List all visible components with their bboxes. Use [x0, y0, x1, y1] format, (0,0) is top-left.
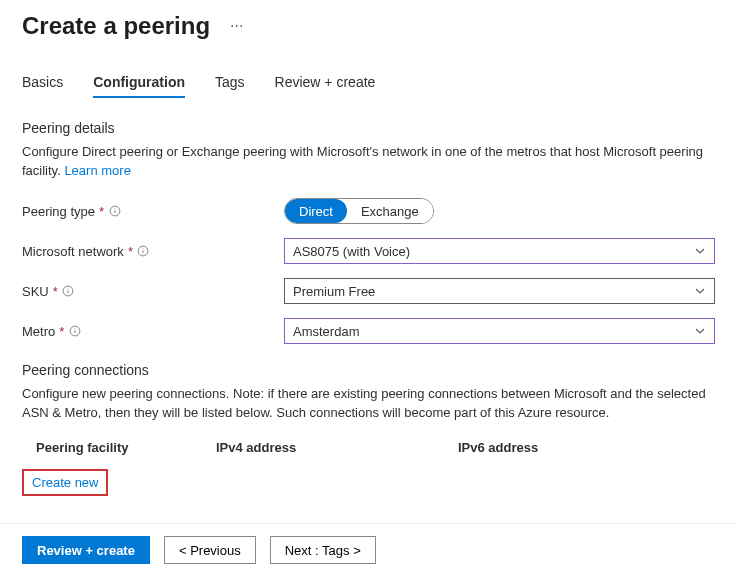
microsoft-network-value: AS8075 (with Voice) [293, 244, 410, 259]
svg-point-5 [143, 248, 144, 249]
sku-select[interactable]: Premium Free [284, 278, 715, 304]
peering-details-description: Configure Direct peering or Exchange pee… [22, 142, 715, 180]
page-title: Create a peering [22, 12, 210, 40]
next-button[interactable]: Next : Tags > [270, 536, 376, 564]
metro-value: Amsterdam [293, 324, 359, 339]
tab-review-create[interactable]: Review + create [275, 68, 376, 98]
info-icon[interactable] [62, 285, 75, 298]
col-ipv4-address: IPv4 address [216, 440, 458, 455]
col-peering-facility: Peering facility [36, 440, 216, 455]
connections-table-header: Peering facility IPv4 address IPv6 addre… [22, 440, 715, 455]
create-new-link[interactable]: Create new [32, 475, 98, 490]
peering-connections-heading: Peering connections [22, 362, 715, 378]
info-icon[interactable] [137, 245, 150, 258]
svg-point-2 [114, 208, 115, 209]
tab-basics[interactable]: Basics [22, 68, 63, 98]
metro-select[interactable]: Amsterdam [284, 318, 715, 344]
chevron-down-icon [694, 245, 706, 257]
svg-point-8 [68, 288, 69, 289]
peering-type-label: Peering type [22, 204, 95, 219]
info-icon[interactable] [108, 205, 121, 218]
required-asterisk: * [128, 244, 133, 259]
sku-value: Premium Free [293, 284, 375, 299]
review-create-button[interactable]: Review + create [22, 536, 150, 564]
chevron-down-icon [694, 325, 706, 337]
required-asterisk: * [53, 284, 58, 299]
peering-details-heading: Peering details [22, 120, 715, 136]
info-icon[interactable] [68, 325, 81, 338]
chevron-down-icon [694, 285, 706, 297]
peering-type-exchange[interactable]: Exchange [347, 199, 433, 223]
microsoft-network-label: Microsoft network [22, 244, 124, 259]
tab-configuration[interactable]: Configuration [93, 68, 185, 98]
required-asterisk: * [59, 324, 64, 339]
more-actions-button[interactable]: ··· [224, 16, 249, 36]
microsoft-network-select[interactable]: AS8075 (with Voice) [284, 238, 715, 264]
peering-type-direct[interactable]: Direct [285, 199, 347, 223]
learn-more-link[interactable]: Learn more [64, 163, 130, 178]
tab-tags[interactable]: Tags [215, 68, 245, 98]
required-asterisk: * [99, 204, 104, 219]
create-new-highlight: Create new [22, 469, 108, 496]
svg-point-11 [74, 328, 75, 329]
peering-type-toggle[interactable]: Direct Exchange [284, 198, 434, 224]
tabs: Basics Configuration Tags Review + creat… [22, 68, 715, 98]
metro-label: Metro [22, 324, 55, 339]
previous-button[interactable]: < Previous [164, 536, 256, 564]
col-ipv6-address: IPv6 address [458, 440, 715, 455]
peering-connections-description: Configure new peering connections. Note:… [22, 384, 715, 422]
sku-label: SKU [22, 284, 49, 299]
